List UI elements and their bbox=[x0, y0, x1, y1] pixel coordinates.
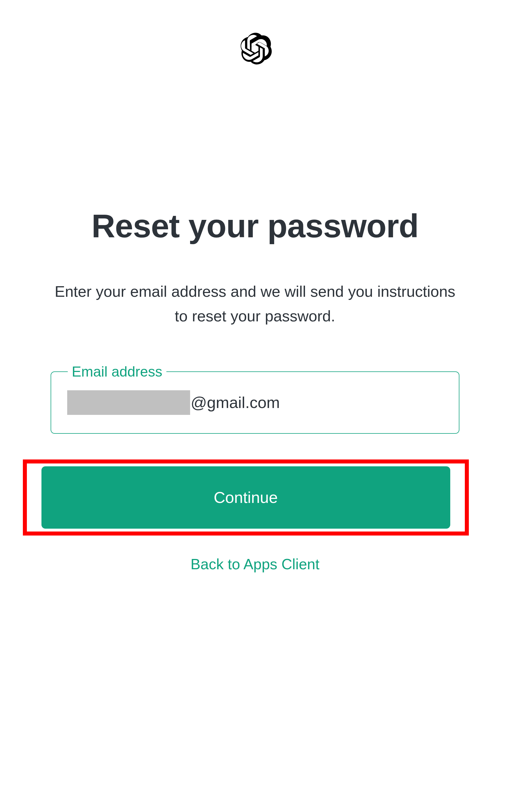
back-link[interactable]: Back to Apps Client bbox=[191, 555, 320, 573]
continue-highlight-wrap: Continue bbox=[23, 460, 469, 535]
openai-logo-icon bbox=[236, 31, 274, 70]
page-subtext: Enter your email address and we will sen… bbox=[51, 279, 459, 328]
email-input[interactable]: @gmail.com bbox=[51, 371, 459, 434]
email-redacted-part bbox=[67, 390, 190, 415]
email-suffix: @gmail.com bbox=[191, 393, 280, 412]
page-heading: Reset your password bbox=[91, 207, 419, 245]
email-label: Email address bbox=[68, 364, 167, 380]
continue-button[interactable]: Continue bbox=[41, 466, 450, 529]
email-field-wrap: Email address @gmail.com bbox=[51, 371, 459, 434]
